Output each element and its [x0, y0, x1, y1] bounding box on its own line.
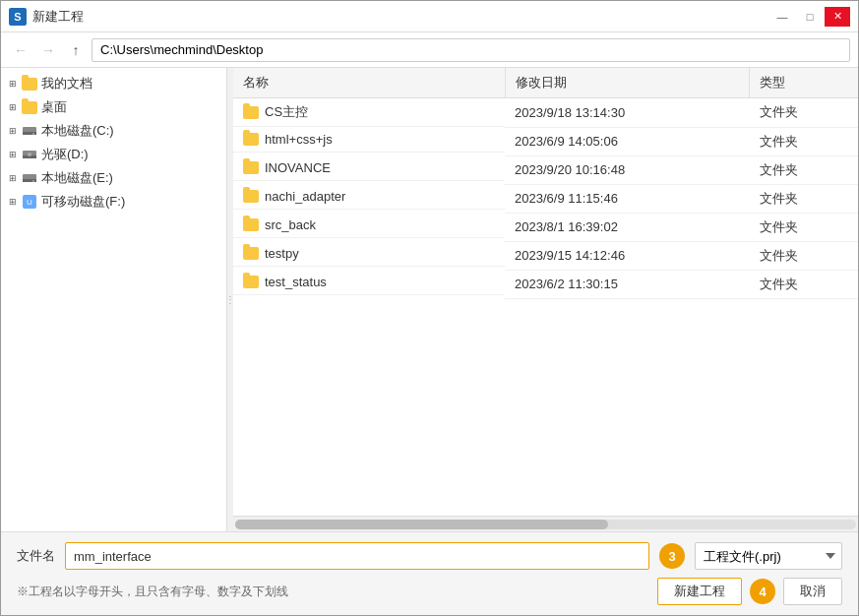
- usb-drive-icon: U: [21, 194, 38, 210]
- toolbar: ← → ↑: [1, 32, 858, 68]
- file-name: html+css+js: [265, 132, 333, 147]
- drive-icon: [21, 123, 38, 139]
- up-button[interactable]: ↑: [64, 38, 88, 62]
- filename-input-wrapper: [65, 542, 649, 570]
- cancel-button[interactable]: 取消: [783, 578, 842, 605]
- expand-icon: ⊞: [5, 170, 21, 186]
- table-row[interactable]: nachi_adapter 2023/6/9 11:15:46 文件夹: [233, 184, 858, 213]
- close-button[interactable]: ✕: [825, 7, 850, 27]
- file-type: 文件夹: [750, 155, 858, 184]
- table-row[interactable]: CS主控 2023/9/18 13:14:30 文件夹: [233, 98, 858, 128]
- hint-text: ※工程名以字母开头，且只含有字母、数字及下划线: [17, 584, 288, 600]
- tree-label-my-docs: 我的文档: [41, 75, 92, 92]
- svg-rect-1: [23, 132, 36, 135]
- maximize-button[interactable]: □: [797, 7, 823, 27]
- forward-button[interactable]: →: [36, 38, 60, 62]
- file-date: 2023/9/20 10:16:48: [505, 155, 749, 184]
- tree-item-local-e[interactable]: ⊞ 本地磁盘(E:): [1, 166, 226, 190]
- main-window: S 新建工程 — □ ✕ ← → ↑ ⊞ 我的文档: [0, 0, 859, 616]
- filename-label: 文件名: [17, 547, 55, 565]
- filename-row: 文件名 3 工程文件(.prj): [17, 542, 842, 570]
- svg-point-8: [32, 180, 34, 182]
- file-name: src_back: [265, 217, 316, 232]
- tree-item-my-docs[interactable]: ⊞ 我的文档: [1, 72, 226, 95]
- step4-badge: 4: [750, 579, 775, 604]
- action-buttons: 新建工程 4 取消: [657, 578, 842, 605]
- tree-label-desktop: 桌面: [41, 98, 67, 116]
- tree-item-removable-f[interactable]: ⊞ U 可移动磁盘(F:): [1, 190, 226, 214]
- file-type: 文件夹: [750, 98, 858, 128]
- file-date: 2023/9/18 13:14:30: [505, 98, 749, 128]
- filetype-select[interactable]: 工程文件(.prj): [695, 542, 842, 570]
- bottom-panel: 文件名 3 工程文件(.prj) ※工程名以字母开头，且只含有字母、数字及下划线…: [1, 531, 858, 615]
- svg-point-5: [28, 153, 31, 156]
- title-bar: S 新建工程 — □ ✕: [1, 1, 858, 32]
- file-name: testpy: [265, 246, 299, 261]
- expand-icon: ⊞: [5, 123, 21, 139]
- window-controls: — □ ✕: [769, 7, 850, 27]
- window-title: 新建工程: [32, 8, 84, 26]
- tree-item-local-c[interactable]: ⊞ 本地磁盘(C:): [1, 119, 226, 143]
- file-name: test_status: [265, 275, 327, 289]
- back-button[interactable]: ←: [9, 38, 32, 62]
- file-type: 文件夹: [750, 213, 858, 241]
- col-header-name[interactable]: 名称: [233, 68, 505, 98]
- file-type: 文件夹: [750, 127, 858, 155]
- file-date: 2023/6/2 11:30:15: [505, 270, 749, 298]
- svg-rect-7: [23, 179, 36, 182]
- create-project-button[interactable]: 新建工程: [657, 578, 742, 605]
- file-type: 文件夹: [750, 184, 858, 213]
- tree-label-local-c: 本地磁盘(C:): [41, 122, 114, 140]
- file-date: 2023/6/9 14:05:06: [505, 127, 749, 155]
- svg-point-2: [32, 133, 34, 135]
- optical-drive-icon: [21, 147, 38, 162]
- expand-icon: ⊞: [5, 147, 21, 162]
- file-date: 2023/8/1 16:39:02: [505, 213, 749, 241]
- file-table: 名称 修改日期 类型 CS主控 2023/9/18 13:14:30 文件: [233, 68, 858, 516]
- file-type: 文件夹: [750, 241, 858, 270]
- create-btn-label: 新建工程: [674, 583, 725, 600]
- file-date: 2023/6/9 11:15:46: [505, 184, 749, 213]
- file-date: 2023/9/15 14:12:46: [505, 241, 749, 270]
- table-row[interactable]: testpy 2023/9/15 14:12:46 文件夹: [233, 241, 858, 270]
- main-content: ⊞ 我的文档 ⊞ 桌面 ⊞: [1, 68, 858, 531]
- file-name: INOVANCE: [265, 160, 331, 175]
- tree-panel: ⊞ 我的文档 ⊞ 桌面 ⊞: [1, 68, 227, 531]
- file-panel: 名称 修改日期 类型 CS主控 2023/9/18 13:14:30 文件: [233, 68, 858, 531]
- file-name: CS主控: [265, 103, 308, 121]
- table-row[interactable]: src_back 2023/8/1 16:39:02 文件夹: [233, 213, 858, 241]
- file-type: 文件夹: [750, 270, 858, 298]
- scrollbar-thumb: [235, 520, 608, 529]
- minimize-button[interactable]: —: [769, 7, 795, 27]
- file-name: nachi_adapter: [265, 189, 345, 204]
- expand-icon: ⊞: [5, 99, 21, 115]
- expand-icon: ⊞: [5, 76, 21, 92]
- tree-label-local-e: 本地磁盘(E:): [41, 169, 113, 187]
- filename-input[interactable]: [65, 542, 649, 570]
- tree-label-removable-f: 可移动磁盘(F:): [41, 193, 125, 211]
- drive-icon-e: [21, 170, 38, 186]
- app-icon: S: [9, 8, 27, 26]
- col-header-date[interactable]: 修改日期: [505, 68, 749, 98]
- folder-icon: [21, 99, 38, 115]
- step3-badge: 3: [659, 543, 685, 569]
- table-row[interactable]: INOVANCE 2023/9/20 10:16:48 文件夹: [233, 155, 858, 184]
- hint-row: ※工程名以字母开头，且只含有字母、数字及下划线 新建工程 4 取消: [17, 578, 842, 605]
- tree-item-optical-d[interactable]: ⊞ 光驱(D:): [1, 143, 226, 166]
- address-bar[interactable]: [92, 38, 850, 62]
- scrollbar-track: [235, 520, 856, 529]
- tree-item-desktop[interactable]: ⊞ 桌面: [1, 95, 226, 119]
- table-row[interactable]: html+css+js 2023/6/9 14:05:06 文件夹: [233, 127, 858, 155]
- folder-icon: [21, 76, 38, 92]
- tree-label-optical-d: 光驱(D:): [41, 146, 89, 163]
- expand-icon: ⊞: [5, 194, 21, 210]
- horizontal-scrollbar[interactable]: [233, 516, 858, 531]
- col-header-type[interactable]: 类型: [750, 68, 858, 98]
- table-row[interactable]: test_status 2023/6/2 11:30:15 文件夹: [233, 270, 858, 298]
